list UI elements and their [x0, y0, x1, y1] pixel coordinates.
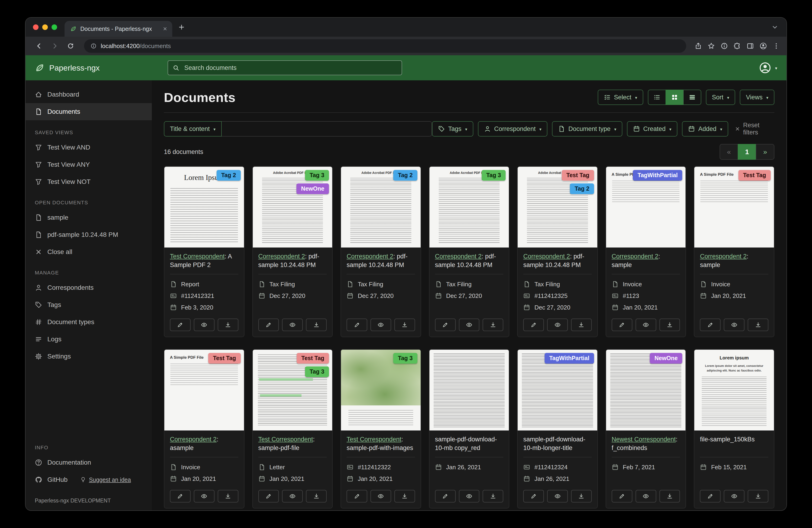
- filter-created-button[interactable]: Created▾: [627, 121, 677, 137]
- filter-field-button[interactable]: Title & content ▾: [164, 121, 222, 137]
- correspondent-link[interactable]: Correspondent 2: [700, 253, 746, 260]
- preview-button[interactable]: [547, 490, 568, 502]
- correspondent-link[interactable]: Newest Correspondent: [612, 436, 676, 443]
- document-thumbnail[interactable]: Lorem IpsumTag 2: [164, 167, 244, 247]
- preview-button[interactable]: [547, 318, 568, 331]
- edit-button[interactable]: [258, 318, 279, 331]
- edit-button[interactable]: [435, 490, 456, 502]
- edit-button[interactable]: [347, 318, 367, 331]
- document-thumbnail[interactable]: Tag 3: [341, 350, 421, 430]
- sidebar-item-test-view-not[interactable]: Test View NOT: [26, 173, 152, 190]
- edit-button[interactable]: [170, 490, 191, 502]
- sidebar-item-logs[interactable]: Logs: [26, 331, 152, 348]
- preview-button[interactable]: [636, 318, 656, 331]
- new-tab-button[interactable]: [175, 21, 188, 34]
- edit-button[interactable]: [258, 490, 279, 502]
- correspondent-link[interactable]: Correspondent 2: [612, 253, 658, 260]
- tag-badge[interactable]: Tag 2: [570, 183, 594, 194]
- download-button[interactable]: [659, 490, 680, 502]
- preview-button[interactable]: [636, 490, 656, 502]
- menu-kebab-icon[interactable]: [772, 42, 780, 50]
- download-button[interactable]: [394, 490, 415, 502]
- window-minimize-button[interactable]: [42, 24, 48, 30]
- correspondent-link[interactable]: Correspondent 2: [170, 436, 217, 443]
- document-thumbnail[interactable]: Lorem ipsumLorem ipsum dolor sit amet, c…: [694, 350, 774, 430]
- bookmark-star-icon[interactable]: [708, 42, 715, 50]
- sidebar-item-test-view-and[interactable]: Test View AND: [26, 139, 152, 156]
- list-view-button[interactable]: [648, 90, 666, 105]
- correspondent-link[interactable]: Correspondent 2: [258, 253, 305, 260]
- edit-button[interactable]: [170, 318, 191, 331]
- reload-button[interactable]: [63, 39, 77, 53]
- sidebar-item-test-view-any[interactable]: Test View ANY: [26, 156, 152, 173]
- correspondent-link[interactable]: Correspondent 2: [523, 253, 570, 260]
- tag-badge[interactable]: Test Tag: [208, 353, 241, 363]
- edit-button[interactable]: [612, 318, 632, 331]
- preview-button[interactable]: [459, 318, 480, 331]
- edit-button[interactable]: [700, 318, 721, 331]
- filter-tags-button[interactable]: Tags▾: [432, 121, 473, 137]
- edit-button[interactable]: [700, 490, 721, 502]
- document-thumbnail[interactable]: [430, 350, 509, 430]
- views-button[interactable]: Views ▾: [740, 90, 774, 105]
- user-menu-button[interactable]: ▾: [759, 61, 786, 74]
- tag-badge[interactable]: Tag 2: [393, 170, 417, 181]
- sidebar-item-document-types[interactable]: Document types: [26, 313, 152, 331]
- document-thumbnail[interactable]: TagWithPartial: [518, 350, 597, 430]
- side-panel-icon[interactable]: [746, 42, 754, 50]
- correspondent-link[interactable]: Correspondent 2: [435, 253, 482, 260]
- sort-button[interactable]: Sort ▾: [706, 90, 735, 105]
- browser-tab[interactable]: Documents - Paperless-ngx: [64, 21, 172, 37]
- tag-badge[interactable]: Test Tag: [297, 353, 329, 363]
- pagination-next-button[interactable]: »: [756, 144, 774, 160]
- tag-badge[interactable]: Test Tag: [562, 170, 594, 181]
- page-mode-icon[interactable]: [721, 42, 728, 50]
- sidebar-item-tags[interactable]: Tags: [26, 296, 152, 313]
- download-button[interactable]: [306, 490, 327, 502]
- sidebar-item-github[interactable]: GitHubSuggest an idea: [26, 471, 152, 488]
- correspondent-link[interactable]: Correspondent 2: [347, 253, 393, 260]
- edit-button[interactable]: [523, 318, 544, 331]
- tag-badge[interactable]: Tag 3: [482, 170, 506, 181]
- preview-button[interactable]: [724, 318, 744, 331]
- correspondent-link[interactable]: Test Correspondent: [347, 436, 401, 443]
- sidebar-item-documentation[interactable]: Documentation: [26, 454, 152, 471]
- document-thumbnail[interactable]: A Simple PDF FileTagWithPartial: [606, 167, 686, 247]
- tag-badge[interactable]: Test Tag: [738, 170, 771, 181]
- tag-badge[interactable]: NewOne: [296, 183, 329, 194]
- profile-avatar-icon[interactable]: [759, 42, 767, 50]
- preview-button[interactable]: [194, 318, 215, 331]
- preview-button[interactable]: [371, 318, 391, 331]
- document-thumbnail[interactable]: Adobe Acrobat PDF FilesTag 3: [430, 167, 509, 247]
- window-close-button[interactable]: [33, 24, 39, 30]
- download-button[interactable]: [659, 318, 680, 331]
- page-info-icon[interactable]: [90, 43, 97, 49]
- download-button[interactable]: [394, 318, 415, 331]
- tag-badge[interactable]: Tag 3: [393, 353, 417, 363]
- correspondent-link[interactable]: Test Correspondent: [170, 253, 225, 260]
- extensions-puzzle-icon[interactable]: [734, 42, 741, 50]
- edit-button[interactable]: [347, 490, 367, 502]
- filter-added-button[interactable]: Added▾: [682, 121, 728, 137]
- download-button[interactable]: [218, 318, 238, 331]
- download-button[interactable]: [571, 318, 592, 331]
- download-button[interactable]: [306, 318, 327, 331]
- preview-button[interactable]: [371, 490, 391, 502]
- reset-filters-button[interactable]: Reset filters: [735, 122, 774, 136]
- sidebar-item-sample[interactable]: sample: [26, 209, 152, 226]
- grid-view-button[interactable]: [666, 90, 684, 105]
- tag-badge[interactable]: Tag 3: [305, 170, 329, 181]
- edit-button[interactable]: [612, 490, 632, 502]
- download-button[interactable]: [218, 490, 238, 502]
- correspondent-link[interactable]: Test Correspondent: [258, 436, 313, 443]
- back-button[interactable]: [32, 39, 46, 53]
- document-thumbnail[interactable]: Adobe Acrobat PDF FilesTest TagTag 2: [518, 167, 597, 247]
- preview-button[interactable]: [282, 490, 303, 502]
- edit-button[interactable]: [435, 318, 456, 331]
- document-thumbnail[interactable]: A Simple PDF FileTest Tag: [694, 167, 774, 247]
- global-search-input[interactable]: [184, 64, 397, 72]
- download-button[interactable]: [483, 490, 503, 502]
- app-brand[interactable]: Paperless-ngx: [26, 63, 152, 73]
- tab-close-button[interactable]: [162, 26, 168, 31]
- preview-button[interactable]: [282, 318, 303, 331]
